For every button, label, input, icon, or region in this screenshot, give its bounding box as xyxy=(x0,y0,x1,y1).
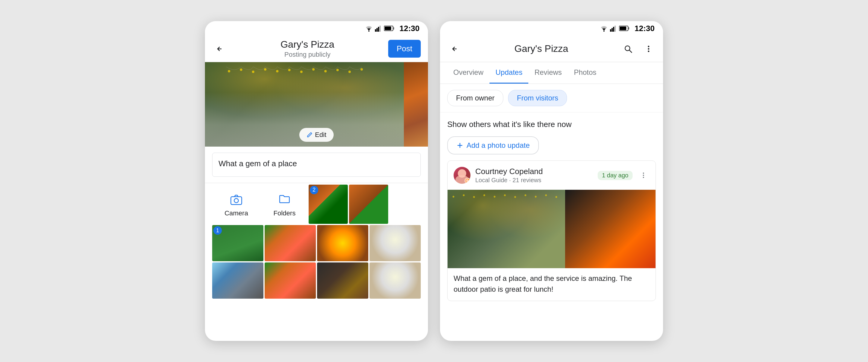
reviewer-name: Courtney Copeland xyxy=(475,167,593,176)
status-icons-right xyxy=(600,25,630,32)
back-button-right[interactable] xyxy=(447,41,462,56)
grid-photo-2[interactable] xyxy=(349,185,388,224)
back-button-left[interactable] xyxy=(212,41,227,56)
nav-icons-right xyxy=(621,41,656,56)
camera-icon xyxy=(228,191,244,207)
add-photo-update-button[interactable]: Add a photo update xyxy=(447,136,539,155)
photo-cell-street[interactable] xyxy=(212,262,264,299)
svg-point-17 xyxy=(336,69,339,71)
right-phone: 12:30 Gary's Pizza xyxy=(440,21,663,341)
svg-point-19 xyxy=(361,68,363,71)
more-vert-review-icon xyxy=(639,171,648,179)
reviewer-avatar xyxy=(454,167,470,184)
photo-cell-sign[interactable]: 1 xyxy=(212,225,264,261)
post-button[interactable]: Post xyxy=(388,40,421,58)
photo-badge-1: 1 xyxy=(213,226,222,235)
photo-badge-2: 2 xyxy=(310,186,318,194)
photo-rows: 1 xyxy=(205,225,428,341)
svg-point-40 xyxy=(643,175,644,176)
title-area-right: Gary's Pizza xyxy=(467,43,616,54)
folder-svg xyxy=(278,192,291,206)
svg-point-50 xyxy=(535,196,537,198)
camera-action[interactable]: Camera xyxy=(212,191,260,217)
lights-review xyxy=(447,192,565,201)
page-title-left: Gary's Pizza xyxy=(231,39,383,50)
svg-point-18 xyxy=(348,71,351,73)
tabs-bar: Overview Updates Reviews Photos xyxy=(440,62,663,84)
folders-action[interactable]: Folders xyxy=(260,191,309,217)
caption-input[interactable]: What a gem of a place xyxy=(212,152,421,177)
from-visitors-tab[interactable]: From visitors xyxy=(508,90,567,106)
svg-point-44 xyxy=(473,196,475,198)
photo-cell-golden[interactable] xyxy=(317,225,368,261)
search-button[interactable] xyxy=(621,41,635,56)
preview-photos: 2 xyxy=(309,185,421,224)
tab-overview[interactable]: Overview xyxy=(447,62,490,84)
svg-point-45 xyxy=(484,194,485,196)
photo-cell-salmon[interactable] xyxy=(265,225,316,261)
grid-photo-1[interactable]: 2 xyxy=(309,185,348,224)
tab-photos[interactable]: Photos xyxy=(568,62,602,84)
svg-point-41 xyxy=(643,177,644,178)
photo-cell-restaurant[interactable] xyxy=(317,262,368,299)
svg-point-33 xyxy=(648,48,650,50)
battery-icon xyxy=(384,25,395,31)
photo-cell-rice2[interactable] xyxy=(370,262,421,299)
tab-updates[interactable]: Updates xyxy=(490,62,528,84)
reviewer-subtitle: Local Guide · 21 reviews xyxy=(475,177,593,184)
svg-point-8 xyxy=(228,70,230,73)
svg-point-49 xyxy=(524,194,526,196)
add-photo-label: Add a photo update xyxy=(467,141,530,150)
svg-point-16 xyxy=(324,70,327,73)
battery-icon-right xyxy=(619,25,630,31)
edit-button[interactable]: Edit xyxy=(299,128,334,142)
svg-point-48 xyxy=(514,196,516,198)
svg-point-9 xyxy=(240,68,242,71)
svg-rect-28 xyxy=(628,27,629,30)
reviewer-info: Courtney Copeland Local Guide · 21 revie… xyxy=(475,167,593,184)
review-photos xyxy=(447,190,655,268)
status-time-left: 12:30 xyxy=(400,24,420,33)
signal-icon-right xyxy=(610,25,617,32)
svg-rect-20 xyxy=(231,197,242,204)
time-badge: 1 day ago xyxy=(598,171,632,180)
photo-cell-salmon2[interactable] xyxy=(265,262,316,299)
search-icon xyxy=(623,44,633,54)
status-bar-left: 12:30 xyxy=(205,21,428,36)
left-phone: 12:30 Gary's Pizza Posting publicly Post xyxy=(205,21,428,341)
top-nav-left: Gary's Pizza Posting publicly Post xyxy=(205,36,428,62)
review-header: Courtney Copeland Local Guide · 21 revie… xyxy=(447,161,655,190)
photo-row-1: 1 xyxy=(212,225,421,261)
posting-status: Posting publicly xyxy=(231,51,383,58)
photo-preview: Edit xyxy=(205,62,428,147)
lights-decoration xyxy=(205,65,404,77)
folder-icon xyxy=(277,191,292,207)
back-arrow-icon xyxy=(215,45,224,53)
photo-cell-rice[interactable] xyxy=(370,225,421,261)
svg-rect-7 xyxy=(384,27,391,30)
svg-point-46 xyxy=(494,196,495,198)
svg-point-21 xyxy=(234,198,239,203)
svg-point-42 xyxy=(453,196,455,198)
svg-point-13 xyxy=(288,69,290,71)
review-photo-food[interactable] xyxy=(565,190,655,268)
review-card: Courtney Copeland Local Guide · 21 revie… xyxy=(447,161,656,301)
svg-rect-4 xyxy=(379,26,381,32)
from-owner-tab[interactable]: From owner xyxy=(447,90,503,106)
tab-reviews[interactable]: Reviews xyxy=(528,62,568,84)
photo-row-2 xyxy=(212,262,421,299)
top-nav-right: Gary's Pizza xyxy=(440,36,663,62)
svg-point-52 xyxy=(555,196,557,198)
review-more-button[interactable] xyxy=(638,169,650,181)
svg-rect-26 xyxy=(615,26,616,32)
svg-point-10 xyxy=(252,71,254,73)
svg-point-47 xyxy=(504,194,506,196)
svg-rect-3 xyxy=(378,27,379,32)
page-title-right: Gary's Pizza xyxy=(467,43,616,54)
plus-icon xyxy=(456,142,464,149)
back-arrow-icon-right xyxy=(450,45,459,53)
review-photo-patio[interactable] xyxy=(447,190,565,268)
svg-point-39 xyxy=(643,172,644,174)
camera-label: Camera xyxy=(224,210,248,217)
more-options-button[interactable] xyxy=(641,41,656,56)
